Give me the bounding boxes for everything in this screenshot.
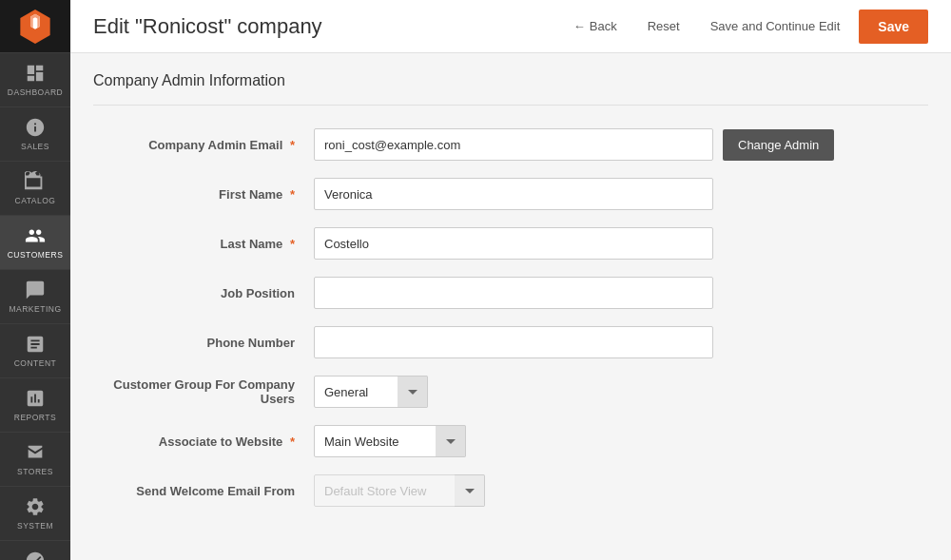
send-welcome-input-group: Default Store View: [314, 474, 928, 507]
section-title: Company Admin Information: [93, 72, 928, 89]
magento-logo-icon: [18, 10, 52, 44]
page-header: Edit "Ronicost" company ← Back Reset Sav…: [70, 0, 951, 53]
sidebar-item-system-label: SYSTEM: [17, 521, 53, 531]
sales-icon: [25, 117, 46, 138]
sidebar-item-marketing[interactable]: MARKETING: [0, 269, 70, 323]
required-marker: *: [290, 187, 295, 202]
sidebar-item-system[interactable]: SYSTEM: [0, 486, 70, 540]
job-position-label: Job Position: [93, 286, 302, 300]
send-welcome-select[interactable]: Default Store View: [314, 474, 485, 507]
reports-icon: [25, 388, 46, 409]
stores-icon: [25, 442, 46, 463]
phone-number-row: Phone Number: [93, 326, 928, 358]
page-content: Company Admin Information Company Admin …: [70, 53, 951, 560]
dashboard-icon: [25, 63, 46, 84]
phone-number-input[interactable]: [314, 326, 713, 358]
required-marker: *: [290, 138, 295, 152]
header-actions: ← Back Reset Save and Continue Edit Save: [562, 10, 928, 44]
partners-icon: [25, 550, 46, 560]
first-name-row: First Name *: [93, 178, 928, 210]
job-position-input-group: [314, 277, 928, 309]
system-icon: [25, 496, 46, 517]
customer-group-label: Customer Group For Company Users: [93, 377, 302, 406]
customer-group-row: Customer Group For Company Users General…: [93, 376, 928, 408]
customer-group-select[interactable]: General Wholesale Retailer: [314, 376, 428, 408]
section-divider: [93, 105, 928, 106]
first-name-input[interactable]: [314, 178, 713, 210]
sidebar: DASHBOARD SALES CATALOG CUSTOMERS MARKET…: [0, 0, 70, 560]
main-content: Edit "Ronicost" company ← Back Reset Sav…: [70, 0, 951, 560]
associate-website-select[interactable]: Main Website: [314, 425, 466, 457]
phone-number-label: Phone Number: [93, 336, 302, 350]
sidebar-item-dashboard-label: DASHBOARD: [8, 87, 63, 97]
first-name-label: First Name *: [93, 187, 302, 202]
sidebar-item-reports-label: REPORTS: [14, 413, 56, 422]
page-title: Edit "Ronicost" company: [93, 14, 547, 39]
sidebar-item-catalog-label: CATALOG: [15, 196, 56, 205]
job-position-row: Job Position: [93, 277, 928, 309]
sidebar-item-content-label: CONTENT: [14, 358, 57, 368]
sidebar-item-stores[interactable]: STORES: [0, 432, 70, 486]
required-marker: *: [290, 237, 295, 251]
associate-website-select-wrapper: Main Website: [314, 425, 466, 457]
first-name-input-group: [314, 178, 928, 210]
sidebar-item-sales[interactable]: SALES: [0, 106, 70, 161]
save-continue-button[interactable]: Save and Continue Edit: [699, 11, 852, 41]
sidebar-item-marketing-label: MARKETING: [9, 304, 61, 314]
change-admin-button[interactable]: Change Admin: [723, 129, 834, 161]
required-marker: *: [290, 434, 295, 449]
sidebar-item-catalog[interactable]: CATALOG: [0, 161, 70, 215]
catalog-icon: [25, 171, 46, 192]
sidebar-item-reports[interactable]: REPORTS: [0, 377, 70, 432]
back-arrow-icon: ←: [573, 19, 586, 33]
job-position-input[interactable]: [314, 277, 713, 309]
sidebar-logo: [0, 0, 70, 52]
back-button[interactable]: ← Back: [562, 11, 629, 41]
company-admin-email-label: Company Admin Email *: [93, 138, 302, 152]
marketing-icon: [25, 280, 46, 300]
sidebar-item-customers[interactable]: CUSTOMERS: [0, 215, 70, 269]
send-welcome-label: Send Welcome Email From: [93, 484, 302, 498]
associate-website-label: Associate to Website *: [93, 434, 302, 449]
last-name-input[interactable]: [314, 227, 713, 260]
customers-icon: [25, 225, 46, 246]
customer-group-select-wrapper: General Wholesale Retailer: [314, 376, 428, 408]
company-admin-email-row: Company Admin Email * Change Admin: [93, 128, 928, 161]
phone-number-input-group: [314, 326, 928, 358]
last-name-input-group: [314, 227, 928, 260]
sidebar-item-dashboard[interactable]: DASHBOARD: [0, 52, 70, 106]
company-admin-email-input[interactable]: [314, 128, 713, 161]
last-name-label: Last Name *: [93, 237, 302, 251]
sidebar-item-customers-label: CUSTOMERS: [8, 250, 64, 260]
sidebar-item-stores-label: STORES: [17, 467, 53, 476]
content-icon: [25, 334, 46, 355]
associate-website-row: Associate to Website * Main Website: [93, 425, 928, 457]
save-button[interactable]: Save: [859, 10, 928, 44]
send-welcome-select-wrapper: Default Store View: [314, 474, 485, 507]
sidebar-item-partners[interactable]: FIND PARTNERS & EXTENSIONS: [0, 540, 70, 560]
send-welcome-row: Send Welcome Email From Default Store Vi…: [93, 474, 928, 507]
customer-group-input-group: General Wholesale Retailer: [314, 376, 928, 408]
reset-button[interactable]: Reset: [636, 11, 691, 41]
company-admin-email-input-group: Change Admin: [314, 128, 928, 161]
sidebar-item-sales-label: SALES: [21, 142, 49, 151]
sidebar-item-content[interactable]: CONTENT: [0, 323, 70, 377]
associate-website-input-group: Main Website: [314, 425, 928, 457]
last-name-row: Last Name *: [93, 227, 928, 260]
